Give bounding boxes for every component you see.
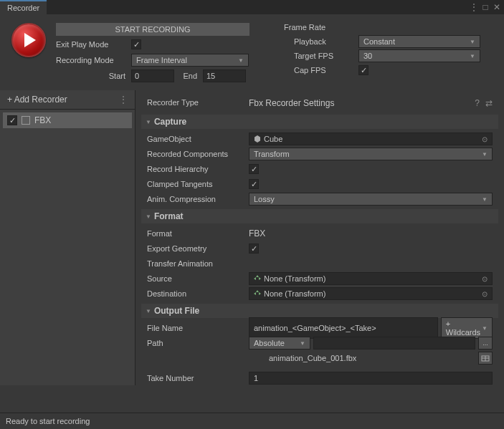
chevron-down-icon: ▼ <box>300 340 305 347</box>
foldout-icon: ▼ <box>146 119 151 125</box>
frame-rate-header: Frame Rate <box>284 23 480 32</box>
chevron-down-icon: ▼ <box>482 196 488 203</box>
add-recorder-button[interactable]: + Add Recorder <box>7 95 67 105</box>
object-picker-icon[interactable]: ⊙ <box>482 290 488 298</box>
destination-field[interactable]: None (Transform) ⊙ <box>249 287 493 300</box>
maximize-icon[interactable]: □ <box>481 3 490 11</box>
menu-icon[interactable]: ⋮ <box>470 3 478 11</box>
chevron-down-icon: ▼ <box>482 325 488 332</box>
record-hierarchy-checkbox[interactable] <box>249 164 259 174</box>
anim-compression-dropdown[interactable]: Lossy▼ <box>249 193 493 206</box>
chevron-down-icon: ▼ <box>238 57 244 64</box>
gameobject-field[interactable]: Cube ⊙ <box>249 132 493 145</box>
start-recording-button[interactable]: START RECORDING <box>56 23 249 36</box>
play-icon <box>24 33 36 47</box>
filename-input[interactable] <box>249 317 438 339</box>
wildcards-button[interactable]: + Wildcards▼ <box>441 317 493 339</box>
recorder-type-label: Recorder Type <box>147 98 249 108</box>
capture-section-header[interactable]: ▼ Capture <box>141 115 498 129</box>
transfer-animation-label: Transfer Animation <box>147 259 249 268</box>
foldout-icon: ▼ <box>146 308 151 314</box>
source-label: Source <box>147 274 249 283</box>
export-geometry-checkbox[interactable] <box>249 244 259 254</box>
target-fps-label: Target FPS <box>294 52 358 60</box>
play-button[interactable] <box>11 23 46 57</box>
help-icon[interactable]: ? <box>475 98 480 108</box>
close-icon[interactable]: ✕ <box>493 3 501 11</box>
cap-fps-checkbox[interactable] <box>358 65 369 75</box>
playback-label: Playback <box>294 37 358 46</box>
cube-icon <box>254 135 261 143</box>
export-geometry-label: Export Geometry <box>147 244 249 253</box>
reveal-in-finder-button[interactable] <box>478 352 493 365</box>
recorder-item-label: FBX <box>34 115 51 125</box>
output-preview: animation_Cube_001.fbx <box>269 354 475 362</box>
exit-play-mode-checkbox[interactable] <box>131 39 141 49</box>
recorded-components-dropdown[interactable]: Transform▼ <box>249 148 493 160</box>
clamped-tangents-label: Clamped Tangents <box>147 180 249 188</box>
cap-fps-label: Cap FPS <box>294 66 358 74</box>
recording-mode-dropdown[interactable]: Frame Interval▼ <box>131 54 249 67</box>
gameobject-label: GameObject <box>147 135 249 143</box>
path-label: Path <box>147 339 249 347</box>
object-picker-icon[interactable]: ⊙ <box>482 275 488 283</box>
chevron-down-icon: ▼ <box>470 53 475 59</box>
output-file-section-header[interactable]: ▼ Output File <box>141 304 498 318</box>
transform-icon <box>254 275 261 282</box>
chevron-down-icon: ▼ <box>470 39 475 45</box>
source-field[interactable]: None (Transform) ⊙ <box>249 272 493 285</box>
start-frame-label: Start <box>56 72 131 80</box>
destination-label: Destination <box>147 289 249 298</box>
recorder-type-value: Fbx Recorder Settings <box>249 98 334 108</box>
take-number-input[interactable] <box>249 372 493 385</box>
browse-button[interactable]: ... <box>478 337 493 350</box>
recorder-list-menu-icon[interactable]: ⋮ <box>119 95 128 105</box>
format-section-header[interactable]: ▼ Format <box>141 209 498 223</box>
clamped-tangents-checkbox[interactable] <box>249 179 259 189</box>
format-label: Format <box>147 229 249 238</box>
folder-icon <box>481 355 490 362</box>
recorder-enabled-checkbox[interactable] <box>7 115 17 125</box>
format-value: FBX <box>249 228 265 238</box>
recorded-components-label: Recorded Components <box>147 150 249 158</box>
record-hierarchy-label: Record Hierarchy <box>147 165 249 173</box>
end-frame-input[interactable] <box>203 69 246 82</box>
exit-play-mode-label: Exit Play Mode <box>56 40 131 49</box>
transform-icon <box>254 290 261 297</box>
status-bar: Ready to start recording <box>0 413 504 429</box>
target-fps-dropdown[interactable]: 30▼ <box>358 49 480 62</box>
recorder-tab[interactable]: Recorder <box>0 0 47 14</box>
foldout-icon: ▼ <box>146 213 151 220</box>
take-number-label: Take Number <box>147 374 249 382</box>
end-frame-label: End <box>174 72 203 80</box>
recorder-list-item[interactable]: FBX <box>3 112 132 128</box>
anim-compression-label: Anim. Compression <box>147 195 249 203</box>
start-frame-input[interactable] <box>131 69 174 82</box>
path-mode-dropdown[interactable]: Absolute▼ <box>249 337 310 350</box>
filename-label: File Name <box>147 324 249 332</box>
preset-icon[interactable]: ⇄ <box>485 98 493 108</box>
object-picker-icon[interactable]: ⊙ <box>482 135 488 143</box>
recording-mode-label: Recording Mode <box>56 56 131 64</box>
path-input[interactable] <box>313 337 475 350</box>
playback-dropdown[interactable]: Constant▼ <box>358 35 480 48</box>
chevron-down-icon: ▼ <box>482 151 488 158</box>
recorder-type-icon <box>22 116 30 125</box>
